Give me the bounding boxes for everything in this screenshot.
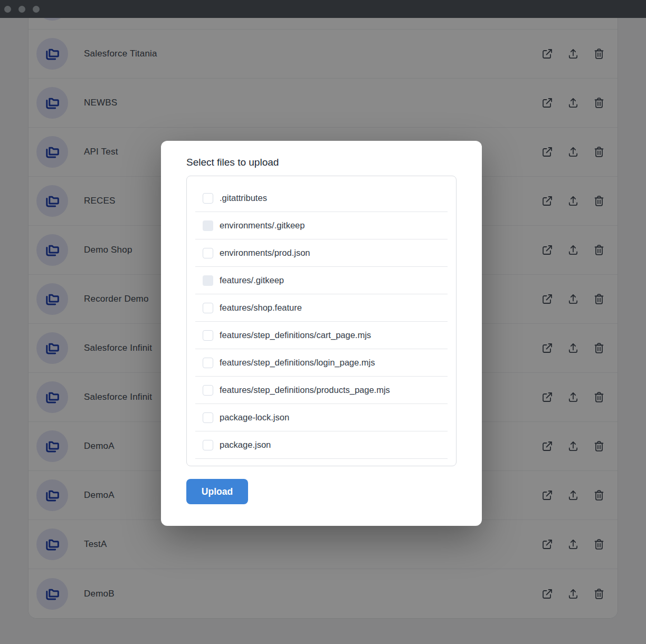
window-titlebar <box>0 0 646 18</box>
file-name: features/step_definitions/products_page.… <box>220 385 390 395</box>
file-checkbox[interactable] <box>203 412 213 423</box>
file-item[interactable]: features/step_definitions/cart_page.mjs <box>195 322 448 349</box>
file-list: .gitattributes environments/.gitkeep env… <box>186 176 457 466</box>
file-name: environments/prod.json <box>220 248 310 258</box>
file-checkbox[interactable] <box>203 248 213 258</box>
traffic-light-close-button[interactable] <box>4 6 11 13</box>
file-name: package-lock.json <box>220 412 289 422</box>
modal-title: Select files to upload <box>186 157 457 168</box>
file-name: features/step_definitions/cart_page.mjs <box>220 330 371 340</box>
file-name: features/.gitkeep <box>220 275 284 285</box>
file-checkbox[interactable] <box>203 440 213 450</box>
file-name: environments/.gitkeep <box>220 220 305 230</box>
file-checkbox[interactable] <box>203 275 213 286</box>
file-item[interactable]: features/step_definitions/products_page.… <box>195 377 448 404</box>
traffic-light-zoom-button[interactable] <box>33 6 40 13</box>
file-name: .gitattributes <box>220 193 267 203</box>
file-checkbox[interactable] <box>203 220 213 231</box>
file-checkbox[interactable] <box>203 303 213 313</box>
file-checkbox[interactable] <box>203 385 213 396</box>
file-item[interactable]: features/shop.feature <box>195 294 448 322</box>
file-name: features/step_definitions/login_page.mjs <box>220 358 375 368</box>
file-checkbox[interactable] <box>203 330 213 341</box>
upload-modal: Select files to upload .gitattributes en… <box>161 141 482 526</box>
file-checkbox[interactable] <box>203 193 213 204</box>
traffic-light-minimize-button[interactable] <box>18 6 25 13</box>
file-item[interactable]: .gitattributes <box>195 185 448 212</box>
file-item[interactable]: package.json <box>195 431 448 459</box>
file-item[interactable]: environments/.gitkeep <box>195 212 448 239</box>
file-item[interactable]: features/.gitkeep <box>195 267 448 294</box>
file-item[interactable]: features/step_definitions/login_page.mjs <box>195 349 448 377</box>
file-item[interactable]: environments/prod.json <box>195 239 448 267</box>
upload-button[interactable]: Upload <box>186 479 248 504</box>
file-name: features/shop.feature <box>220 303 302 313</box>
file-item[interactable]: package-lock.json <box>195 404 448 431</box>
file-checkbox[interactable] <box>203 358 213 368</box>
file-name: package.json <box>220 440 271 450</box>
